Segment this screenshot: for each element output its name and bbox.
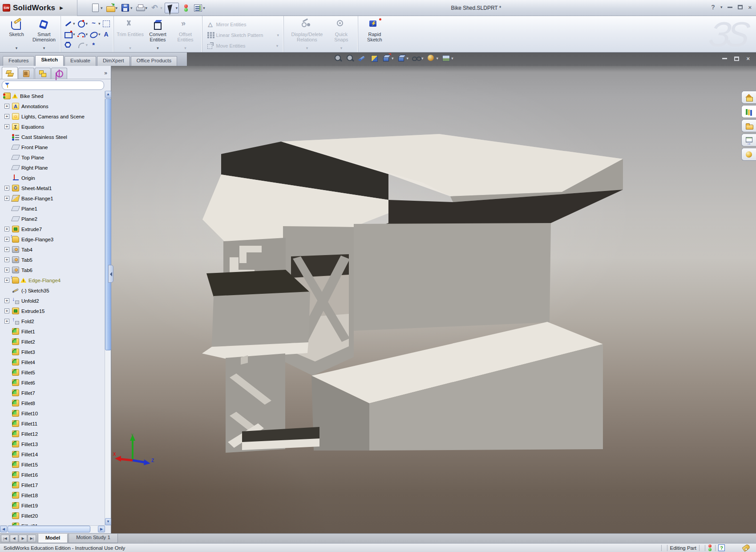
tree-item-fillet15[interactable]: Fillet15 — [0, 459, 105, 470]
tree-item-fillet21[interactable]: Fillet21 — [0, 521, 105, 525]
tree-item-base-flange1[interactable]: +Base-Flange1 — [0, 193, 105, 203]
solidworks-resources-tab[interactable] — [741, 91, 756, 104]
tree-item-plane2[interactable]: Plane2 — [0, 214, 105, 224]
menu-expand-arrow-icon[interactable]: ▶ — [60, 5, 63, 10]
ellipse-tool[interactable]: ▾ — [89, 31, 101, 38]
panel-splitter-handle[interactable] — [108, 265, 113, 283]
display-style-button[interactable]: ▾ — [397, 54, 409, 63]
first-tab-button[interactable]: |◀ — [1, 535, 9, 542]
tree-item-right-plane[interactable]: Right Plane — [0, 162, 105, 173]
tree-item-equations[interactable]: +Equations — [0, 122, 105, 132]
tree-item-edge-flange3[interactable]: +Edge-Flange3 — [0, 234, 105, 244]
tree-item-fillet13[interactable]: Fillet13 — [0, 439, 105, 449]
rectangle-tool[interactable]: ▾ — [64, 31, 76, 38]
scroll-down-button[interactable]: ▼ — [105, 518, 111, 525]
smart-dimension-flyout-arrow[interactable]: ▾ — [43, 46, 45, 50]
mirror-entities-button[interactable]: △ Mirror Entities — [205, 20, 248, 29]
sketch-fillet-tool[interactable]: ▾ — [77, 41, 89, 49]
zoom-to-fit-button[interactable] — [334, 54, 343, 63]
vertical-scroll-thumb[interactable] — [105, 98, 111, 350]
tab-evaluate[interactable]: Evaluate — [65, 56, 96, 66]
arc-tool[interactable]: ▾ — [77, 31, 89, 38]
tree-item-fillet16[interactable]: Fillet16 — [0, 470, 105, 480]
tree-item-bike-shed[interactable]: !Bike Shed — [0, 91, 105, 101]
tree-item-fillet3[interactable]: Fillet3 — [0, 347, 105, 357]
expand-toggle[interactable]: + — [4, 227, 9, 231]
tree-item-extrude7[interactable]: +Extrude7 — [0, 224, 105, 234]
tree-item-fillet19[interactable]: Fillet19 — [0, 500, 105, 511]
last-tab-button[interactable]: ▶| — [28, 535, 36, 542]
tree-item-fillet17[interactable]: Fillet17 — [0, 480, 105, 490]
previous-tab-button[interactable]: ◀ — [10, 535, 18, 542]
tree-item-tab5[interactable]: +Tab5 — [0, 255, 105, 265]
model-face[interactable] — [212, 292, 310, 347]
scroll-up-button[interactable]: ▲ — [105, 91, 111, 98]
tree-item-fillet5[interactable]: Fillet5 — [0, 367, 105, 377]
app-logo[interactable]: SW SolidWorks ▶ — [0, 0, 77, 16]
open-button[interactable]: ▾ — [105, 3, 119, 13]
tree-item-extrude15[interactable]: +Extrude15 — [0, 306, 105, 316]
help-button[interactable]: ? — [711, 4, 715, 11]
tree-item-edge-flange4[interactable]: +!Edge-Flange4 — [0, 275, 105, 285]
tree-item-fillet10[interactable]: Fillet10 — [0, 408, 105, 418]
rapid-sketch-button[interactable]: Rapid Sketch — [361, 18, 388, 51]
tree-item-sketch35[interactable]: (-) Sketch35 — [0, 285, 105, 296]
spline-tool[interactable]: ~▾ — [89, 20, 101, 27]
file-explorer-tab[interactable] — [741, 119, 756, 132]
doc-minimize-button[interactable] — [722, 58, 727, 59]
tab-office-products[interactable]: Office Products — [131, 56, 177, 66]
expand-toggle[interactable]: + — [4, 278, 9, 283]
expand-toggle[interactable]: + — [4, 257, 9, 262]
apply-scene-button[interactable]: ▾ — [441, 54, 453, 63]
tree-item-unfold2[interactable]: +Unfold2 — [0, 296, 105, 306]
tree-item-fillet14[interactable]: Fillet14 — [0, 449, 105, 459]
tree-item-plane1[interactable]: Plane1 — [0, 203, 105, 214]
offset-entities-button[interactable]: Offset Entities ▾ — [172, 18, 199, 51]
restore-button[interactable] — [738, 5, 743, 9]
expand-toggle[interactable]: + — [4, 196, 9, 201]
close-button[interactable]: × — [748, 4, 752, 11]
box-select-tool[interactable] — [102, 20, 111, 27]
tree-item-annotations[interactable]: +Annotations — [0, 101, 105, 111]
previous-view-button[interactable] — [358, 54, 367, 63]
next-tab-button[interactable]: ▶ — [19, 535, 27, 542]
tab-dimxpert[interactable]: DimXpert — [97, 56, 130, 66]
scroll-right-button[interactable]: ▶ — [98, 526, 105, 532]
horizontal-scroll-thumb[interactable] — [8, 526, 90, 532]
tree-item-origin[interactable]: Origin — [0, 173, 105, 183]
quick-tips-icon[interactable]: ? — [718, 544, 725, 551]
edit-appearance-button[interactable]: ▾ — [427, 54, 439, 63]
quick-snaps-button[interactable]: Quick Snaps ▾ — [327, 18, 355, 51]
view-palette-tab[interactable] — [741, 134, 756, 146]
hide-show-items-button[interactable]: ▾ — [412, 54, 424, 63]
tree-vertical-scrollbar[interactable]: ▲ ▼ — [105, 91, 111, 525]
point-tool[interactable]: * — [89, 41, 101, 49]
tree-item-fillet12[interactable]: Fillet12 — [0, 429, 105, 439]
featuremanager-tab[interactable] — [2, 67, 18, 79]
tab-sketch[interactable]: Sketch — [35, 55, 64, 66]
tree-item-fillet6[interactable]: Fillet6 — [0, 377, 105, 388]
expand-toggle[interactable]: + — [4, 237, 9, 242]
graphics-viewport[interactable]: Y X Z — [111, 66, 756, 533]
tag-icon[interactable] — [742, 544, 750, 552]
save-button[interactable]: ▾ — [120, 3, 133, 13]
expand-toggle[interactable]: + — [4, 319, 9, 324]
move-entities-button[interactable]: Move Entities ▾ — [205, 41, 280, 51]
model-tab[interactable]: Model — [38, 534, 68, 543]
expand-toggle[interactable]: + — [4, 247, 9, 252]
expand-toggle[interactable]: + — [4, 104, 9, 109]
minimize-button[interactable] — [728, 7, 732, 8]
convert-entities-button[interactable]: Convert Entities ▾ — [144, 18, 172, 51]
tree-item-fillet7[interactable]: Fillet7 — [0, 388, 105, 398]
3d-model[interactable] — [111, 66, 756, 533]
tree-item-fold2[interactable]: +Fold2 — [0, 316, 105, 326]
expand-toggle[interactable]: + — [4, 268, 9, 272]
tree-item-tab4[interactable]: +Tab4 — [0, 244, 105, 255]
tree-item-front-plane[interactable]: Front Plane — [0, 142, 105, 152]
display-delete-relations-button[interactable]: Display/Delete Relations ▾ — [287, 18, 327, 51]
tree-item-fillet8[interactable]: Fillet8 — [0, 398, 105, 408]
model-face[interactable] — [354, 223, 551, 331]
sketch-text-tool[interactable]: A — [102, 31, 111, 38]
tree-horizontal-scrollbar[interactable]: ◀ ▶ — [0, 525, 105, 532]
section-view-button[interactable] — [370, 54, 379, 63]
